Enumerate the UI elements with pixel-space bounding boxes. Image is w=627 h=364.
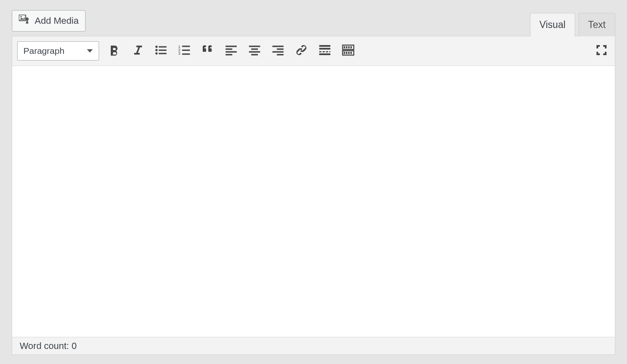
svg-rect-29 [319,48,331,50]
svg-rect-25 [277,48,283,50]
svg-rect-43 [348,52,349,54]
svg-rect-34 [319,53,331,55]
align-left-button[interactable] [223,43,240,59]
svg-rect-30 [319,51,321,53]
bold-icon [107,43,121,58]
bold-button[interactable] [106,43,122,59]
fullscreen-button[interactable] [593,43,610,59]
svg-rect-15 [182,53,190,55]
svg-rect-26 [273,51,284,53]
fullscreen-icon [595,43,608,58]
add-media-button[interactable]: Add Media [12,10,86,32]
media-icon [19,15,31,27]
svg-rect-27 [277,54,283,55]
svg-rect-20 [249,46,260,47]
tab-visual[interactable]: Visual [530,13,575,36]
numbered-list-button[interactable]: 123 [176,43,193,59]
svg-point-2 [25,18,28,20]
svg-rect-36 [344,46,345,48]
link-icon [295,43,308,58]
svg-rect-19 [226,54,232,55]
add-media-label: Add Media [35,15,79,26]
blockquote-button[interactable] [199,43,216,59]
bulleted-list-icon [154,43,168,58]
editor-toolbar: Paragraph 123 [12,36,615,66]
tab-text-label: Text [588,19,606,30]
editor-wrap: Add Media Visual Text Paragraph [12,9,615,355]
chevron-down-icon [87,49,93,53]
editor-tabs: Visual Text [530,13,615,36]
format-select[interactable]: Paragraph [17,41,99,61]
svg-rect-18 [226,51,237,53]
svg-rect-31 [323,51,325,53]
word-count: Word count: 0 [20,341,77,351]
toolbar-toggle-icon [342,43,355,58]
svg-rect-9 [159,53,167,54]
svg-rect-42 [346,52,347,54]
bulleted-list-button[interactable] [153,43,169,59]
blockquote-icon [201,43,214,58]
svg-rect-11 [182,46,190,47]
insert-link-button[interactable] [293,43,310,59]
italic-icon [131,43,144,58]
svg-text:3: 3 [178,51,180,56]
svg-rect-39 [350,46,352,48]
svg-rect-13 [182,50,190,51]
svg-rect-33 [329,51,331,53]
svg-point-4 [155,46,158,48]
toolbar-toggle-button[interactable] [340,43,357,59]
read-more-button[interactable] [316,43,333,59]
svg-rect-44 [350,52,352,54]
svg-rect-7 [159,50,167,51]
svg-point-6 [155,49,158,51]
svg-rect-17 [226,48,232,50]
svg-rect-28 [319,45,331,47]
tab-text[interactable]: Text [579,13,615,36]
svg-rect-32 [326,51,328,53]
align-left-icon [224,43,238,58]
svg-rect-16 [226,46,237,47]
tab-visual-label: Visual [540,19,566,30]
align-center-button[interactable] [246,43,263,59]
format-select-label: Paragraph [23,46,64,56]
italic-button[interactable] [129,43,146,59]
numbered-list-icon: 123 [178,43,191,58]
editor-topbar: Add Media Visual Text [12,9,615,36]
svg-rect-5 [159,46,167,48]
align-right-button[interactable] [270,43,286,59]
read-more-icon [318,43,331,58]
svg-point-8 [155,52,158,54]
align-right-icon [271,43,285,58]
svg-rect-22 [249,51,260,53]
svg-rect-24 [273,46,284,47]
editor-content[interactable] [12,66,615,337]
align-center-icon [248,43,261,58]
svg-rect-21 [251,48,258,50]
editor-statusbar: Word count: 0 [12,337,615,355]
svg-point-1 [20,16,22,18]
svg-rect-41 [344,52,345,54]
svg-rect-23 [251,54,258,55]
svg-rect-37 [346,46,347,48]
svg-rect-38 [348,46,349,48]
